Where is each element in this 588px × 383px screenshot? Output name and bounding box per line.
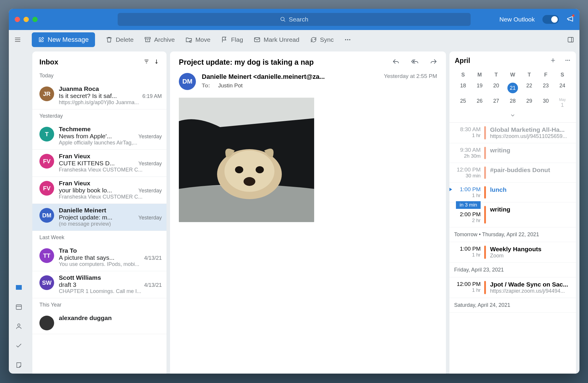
add-event-button[interactable]	[550, 57, 556, 64]
event-subtitle: https://zapier.zoom.us/j/94494...	[490, 288, 571, 294]
rail-notes-button[interactable]	[15, 362, 22, 370]
rail-tasks-button[interactable]	[15, 342, 22, 350]
more-button[interactable]	[344, 36, 351, 43]
megaphone-icon	[567, 15, 574, 22]
day-header: Friday, April 23, 2021	[449, 263, 576, 277]
minimize-window-button[interactable]	[24, 17, 29, 22]
message-list-header: Inbox	[32, 51, 166, 69]
move-button[interactable]: Move	[185, 36, 210, 43]
day-cell[interactable]: May1	[554, 96, 571, 111]
feedback-button[interactable]	[567, 15, 574, 24]
message-row[interactable]: JRJuanma RocaIs it secret? Is it saf...6…	[32, 82, 166, 109]
agenda-list[interactable]: 8:30 AM1 hrGlobal Marketing All-Ha...htt…	[449, 122, 576, 313]
message-date: Yesterday	[139, 215, 162, 221]
day-cell[interactable]: 26	[471, 96, 488, 111]
rail-people-button[interactable]	[15, 323, 22, 331]
message-row[interactable]: FVFran VieuxCUTE KITTENS D...YesterdayFr…	[32, 150, 166, 177]
chevron-down-icon	[510, 112, 516, 118]
rail-calendar-button[interactable]	[15, 303, 22, 312]
event-duration: 1 hr	[449, 287, 481, 293]
close-window-button[interactable]	[15, 17, 20, 22]
reply-button[interactable]	[392, 58, 399, 66]
day-cell[interactable]: 18	[455, 80, 471, 96]
new-outlook-toggle[interactable]	[542, 15, 559, 24]
day-cell[interactable]: 22	[521, 80, 537, 96]
event-color-bar	[484, 281, 486, 294]
avatar: JR	[39, 86, 54, 101]
dow-cell: S	[455, 69, 471, 80]
flag-button[interactable]: Flag	[221, 36, 243, 43]
event-row[interactable]: 12:00 PM1 hrJpot / Wade Sync on Sac...ht…	[449, 277, 576, 298]
reply-all-button[interactable]	[411, 58, 418, 66]
flag-label: Flag	[231, 36, 243, 43]
message-row[interactable]: DMDanielle MeinertProject update: m...Ye…	[32, 204, 166, 231]
delete-button[interactable]: Delete	[106, 36, 134, 43]
day-cell[interactable]: 28	[504, 96, 521, 111]
message-row[interactable]: SWScott Williamsdraft 34/13/21CHAPTER 1 …	[32, 271, 166, 298]
search-icon	[280, 16, 286, 22]
hamburger-button[interactable]	[14, 36, 21, 43]
filter-button[interactable]	[144, 59, 149, 66]
message-row[interactable]: TTechmemeNews from Apple'...YesterdayApp…	[32, 123, 166, 150]
toolbar: New Message Delete Archive Move Flag Mar…	[9, 30, 579, 49]
sort-button[interactable]	[154, 59, 159, 66]
hamburger-icon	[14, 36, 21, 43]
archive-button[interactable]: Archive	[144, 36, 175, 43]
calendar-expand-button[interactable]	[455, 111, 571, 122]
message-row[interactable]: FVFran Vieuxyour libby book lo...Yesterd…	[32, 177, 166, 204]
event-row[interactable]: 1:00 PM1 hrWeekly HangoutsZoom	[449, 242, 576, 263]
mark-unread-button[interactable]: Mark Unread	[254, 36, 299, 43]
message-list[interactable]: TodayJRJuanma RocaIs it secret? Is it sa…	[32, 69, 166, 374]
avatar: FV	[39, 181, 54, 196]
search-input[interactable]: Search	[118, 13, 471, 26]
svg-rect-13	[16, 285, 21, 289]
new-message-button[interactable]: New Message	[32, 32, 95, 47]
avatar	[39, 316, 54, 330]
event-time: 12:00 PM	[449, 281, 481, 287]
calendar-pane: April SMTWTFS18192021222324252627282930M…	[449, 51, 576, 374]
day-cell[interactable]: 29	[521, 96, 537, 111]
new-message-label: New Message	[48, 36, 89, 44]
day-cell[interactable]: 21	[504, 80, 521, 96]
day-cell[interactable]: 27	[488, 96, 504, 111]
event-row[interactable]: 1:00 PM1 hrlunch	[449, 183, 576, 202]
message-subject: Project update: m...	[59, 214, 136, 221]
panel-toggle-button[interactable]	[567, 36, 574, 43]
day-cell[interactable]: 30	[537, 96, 554, 111]
svg-point-27	[244, 177, 255, 186]
current-indicator	[449, 187, 452, 192]
message-subject: News from Apple'...	[59, 133, 136, 140]
message-sender: Juanma Roca	[59, 85, 162, 92]
rail-mail-button[interactable]	[15, 284, 22, 292]
avatar: FV	[39, 154, 54, 169]
svg-point-0	[281, 17, 284, 21]
message-row[interactable]: alexandre duggan	[32, 312, 166, 334]
dow-cell: T	[488, 69, 504, 80]
day-cell[interactable]: 19	[471, 80, 488, 96]
check-icon	[15, 342, 22, 349]
message-date: Yesterday	[139, 134, 162, 140]
dow-cell: F	[537, 69, 554, 80]
message-date: 4/13/21	[144, 282, 162, 288]
fullscreen-window-button[interactable]	[32, 17, 38, 22]
event-row[interactable]: in 3 min2:00 PM2 hrwriting	[449, 202, 576, 227]
dow-cell: S	[554, 69, 571, 80]
event-row[interactable]: 12:00 PM30 min#pair-buddies Donut	[449, 163, 576, 183]
event-row[interactable]: 8:30 AM1 hrGlobal Marketing All-Ha...htt…	[449, 123, 576, 143]
left-rail	[9, 51, 29, 374]
mini-calendar[interactable]: SMTWTFS18192021222324252627282930May1	[455, 69, 571, 111]
day-cell[interactable]: 25	[455, 96, 471, 111]
svg-point-9	[347, 39, 348, 40]
sync-button[interactable]: Sync	[310, 36, 334, 43]
day-cell[interactable]: 23	[537, 80, 554, 96]
forward-button[interactable]	[430, 58, 437, 66]
event-row[interactable]: 9:30 AM2h 30mwriting	[449, 143, 576, 163]
mark-unread-label: Mark Unread	[264, 36, 299, 43]
calendar-more-button[interactable]	[565, 57, 571, 64]
search-placeholder: Search	[289, 16, 309, 23]
day-cell[interactable]: 24	[554, 80, 571, 96]
avatar: T	[39, 127, 54, 141]
day-cell[interactable]: 20	[488, 80, 504, 96]
message-row[interactable]: TTTra ToA picture that says...4/13/21You…	[32, 244, 166, 271]
event-duration: 1 hr	[449, 193, 481, 199]
